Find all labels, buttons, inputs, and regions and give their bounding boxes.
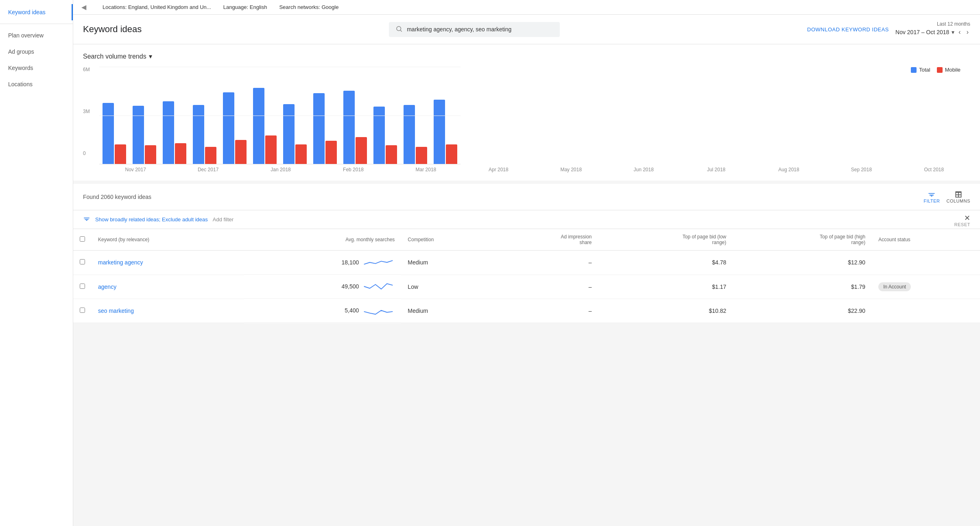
chart-dropdown-icon: ▾ — [149, 52, 152, 60]
col-keyword: Keyword (by relevance) — [92, 229, 244, 251]
columns-button[interactable]: COLUMNS — [946, 190, 970, 203]
svg-point-0 — [397, 26, 401, 31]
page-title: Keyword ideas — [83, 24, 142, 35]
download-keyword-ideas-button[interactable]: DOWNLOAD KEYWORD IDEAS — [807, 26, 889, 33]
col-bid-high: Top of page bid (highrange) — [733, 229, 872, 251]
search-input[interactable] — [407, 26, 553, 33]
filter-tag[interactable]: Show broadly related ideas; Exclude adul… — [95, 216, 208, 223]
account-status-cell — [872, 251, 980, 275]
bar-mobile — [235, 140, 247, 164]
bar-group — [430, 100, 461, 164]
row-select-checkbox[interactable] — [80, 284, 85, 289]
bar-group — [99, 103, 129, 164]
date-range-picker[interactable]: Last 12 months Nov 2017 – Oct 2018 ▾ ‹ › — [895, 21, 970, 37]
bar-group — [250, 88, 280, 164]
x-axis-label: May 2018 — [535, 167, 607, 172]
bar-mobile — [175, 143, 186, 164]
col-competition: Competition — [401, 229, 494, 251]
filter-button[interactable]: FILTER — [923, 190, 940, 203]
header-right-actions: DOWNLOAD KEYWORD IDEAS Last 12 months No… — [807, 21, 970, 37]
table-head: Keyword (by relevance) Avg. monthly sear… — [73, 229, 980, 251]
chart-section: Search volume trends ▾ Total Mobile — [73, 44, 980, 181]
chart-title[interactable]: Search volume trends ▾ — [83, 52, 970, 60]
bar-group — [159, 101, 190, 164]
bar-mobile — [446, 144, 457, 164]
add-filter-button[interactable]: Add filter — [213, 216, 234, 223]
x-axis-label: Sep 2018 — [825, 167, 897, 172]
filter-reset-button[interactable]: RESET — [954, 222, 970, 227]
account-status-cell — [872, 299, 980, 323]
competition-cell: Low — [401, 275, 494, 299]
sparkline-chart — [362, 256, 395, 268]
row-select-checkbox[interactable] — [80, 308, 85, 313]
col-bid-low: Top of page bid (lowrange) — [598, 229, 733, 251]
x-axis-labels: Nov 2017Dec 2017Jan 2018Feb 2018Mar 2018… — [99, 167, 970, 172]
monthly-searches-value: 5,400 — [345, 307, 359, 314]
row-checkbox-cell — [73, 299, 92, 323]
account-status-cell: In Account — [872, 275, 980, 299]
table-section: Found 2060 keyword ideas FILTER COLUMNS — [73, 184, 980, 323]
x-axis-label: Nov 2017 — [99, 167, 172, 172]
date-prev-button[interactable]: ‹ — [957, 27, 962, 37]
bar-mobile — [145, 145, 156, 164]
competition-cell: Medium — [401, 251, 494, 275]
x-axis-label: Feb 2018 — [317, 167, 389, 172]
x-axis-label: Dec 2017 — [172, 167, 244, 172]
sidebar-item-plan-overview[interactable]: Plan overview — [0, 27, 73, 44]
bar-mobile — [205, 147, 216, 164]
bar-mobile — [356, 137, 367, 164]
bar-total — [133, 106, 144, 164]
monthly-searches-cell: 18,100 — [244, 251, 401, 275]
bid-high-cell: $12.90 — [733, 251, 872, 275]
bar-total — [313, 93, 325, 164]
sidebar-item-keyword-ideas[interactable]: Keyword ideas — [0, 4, 73, 20]
sidebar-item-locations[interactable]: Locations — [0, 76, 73, 92]
bar-mobile — [416, 147, 427, 164]
chevron-down-icon: ▾ — [952, 29, 954, 35]
col-monthly-searches: Avg. monthly searches — [244, 229, 401, 251]
row-select-checkbox[interactable] — [80, 259, 85, 264]
bar-group — [340, 91, 370, 164]
bar-mobile — [295, 144, 307, 164]
date-range-value[interactable]: Nov 2017 – Oct 2018 ▾ ‹ › — [895, 27, 970, 37]
filter-close-button[interactable]: ✕ — [964, 214, 970, 223]
chart-container: Search volume trends ▾ Total Mobile — [83, 52, 970, 172]
select-all-checkbox[interactable] — [80, 236, 85, 242]
keyword-cell[interactable]: agency — [92, 275, 244, 299]
chart-area: 6M 3M 0 Nov 2017Dec 2017Jan 2018Feb 2018… — [83, 67, 970, 172]
topbar-networks: Search networks: Google — [279, 4, 338, 10]
bar-group — [400, 105, 430, 164]
monthly-searches-cell: 5,400 — [244, 299, 401, 323]
filter-active-icon — [83, 215, 90, 224]
table-row: agency49,500Low–$1.17$1.79In Account — [73, 275, 980, 299]
col-account-status: Account status — [872, 229, 980, 251]
sidebar-collapse-button[interactable]: ◀ — [81, 3, 86, 11]
sidebar-item-ad-groups[interactable]: Ad groups — [0, 44, 73, 60]
y-axis: 6M 3M 0 — [83, 67, 99, 164]
x-axis-label: Oct 2018 — [898, 167, 970, 172]
main-content: ◀ Locations: England, United Kingdom and… — [73, 0, 980, 526]
keyword-cell[interactable]: seo marketing — [92, 299, 244, 323]
sidebar: Keyword ideas Plan overview Ad groups Ke… — [0, 0, 73, 526]
select-all-header[interactable] — [73, 229, 92, 251]
keyword-search-box[interactable] — [389, 22, 560, 37]
bar-mobile — [265, 135, 277, 164]
bar-group — [190, 105, 220, 164]
table-header-row: Found 2060 keyword ideas FILTER COLUMNS — [73, 184, 980, 210]
bar-total — [404, 105, 415, 164]
content-area: Keyword ideas DOWNLOAD KEYWORD IDEAS Las… — [73, 15, 980, 526]
bar-mobile — [386, 145, 397, 164]
topbar-language: Language: English — [223, 4, 267, 10]
bar-total — [223, 92, 234, 164]
chart-wrapper: Total Mobile 6M 3M 0 — [83, 67, 970, 172]
topbar-locations: Locations: England, United Kingdom and U… — [103, 4, 211, 10]
keyword-cell[interactable]: marketing agency — [92, 251, 244, 275]
table-row: marketing agency18,100Medium–$4.78$12.90 — [73, 251, 980, 275]
y-label-0: 0 — [83, 151, 99, 156]
date-next-button[interactable]: › — [965, 27, 970, 37]
date-range-label: Last 12 months — [937, 21, 970, 27]
bar-total — [193, 105, 204, 164]
sidebar-item-keywords[interactable]: Keywords — [0, 60, 73, 76]
bid-high-cell: $22.90 — [733, 299, 872, 323]
bar-total — [103, 103, 114, 164]
